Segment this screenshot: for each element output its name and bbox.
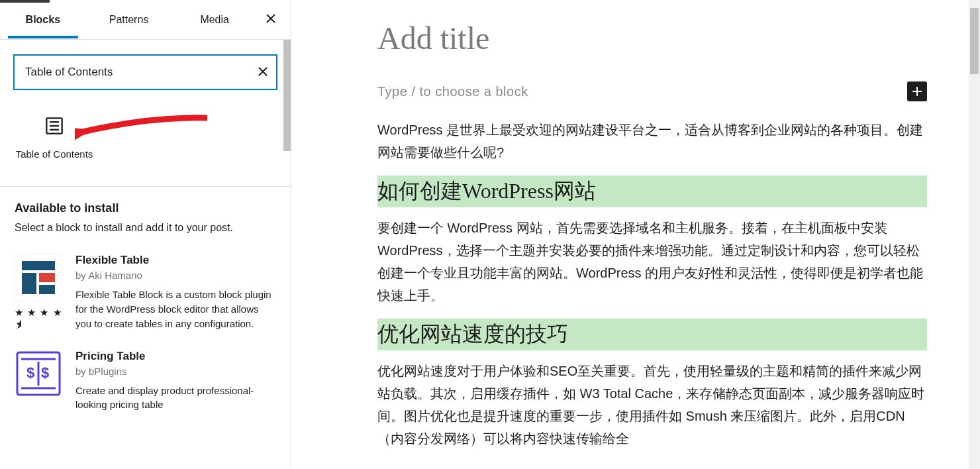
plugin-description: Flexible Table Block is a custom block p… bbox=[75, 287, 276, 331]
clear-search-button[interactable] bbox=[258, 65, 268, 80]
svg-text:$: $ bbox=[26, 364, 34, 381]
block-table-of-contents[interactable]: Table of Contents bbox=[11, 111, 98, 166]
paragraph-block[interactable]: 要创建一个 WordPress 网站，首先需要选择域名和主机服务。接着，在主机面… bbox=[377, 217, 927, 307]
tab-blocks[interactable]: Blocks bbox=[0, 2, 86, 38]
editor-scrollbar[interactable] bbox=[969, 0, 980, 469]
inserter-scrollbar[interactable] bbox=[283, 40, 291, 437]
inserter-tabs: Blocks Patterns Media bbox=[0, 0, 291, 40]
admin-bar-fragment bbox=[0, 0, 50, 3]
available-to-install: Available to install Select a block to i… bbox=[0, 187, 291, 431]
svg-text:$: $ bbox=[41, 364, 49, 381]
scrollbar-thumb[interactable] bbox=[283, 40, 291, 151]
block-label: Table of Contents bbox=[11, 148, 98, 161]
svg-rect-10 bbox=[22, 273, 36, 294]
post-title-input[interactable]: Add title bbox=[377, 20, 927, 56]
heading-block[interactable]: 如何创建WordPress网站 bbox=[377, 176, 927, 207]
heading-block[interactable]: 优化网站速度的技巧 bbox=[377, 319, 927, 350]
tab-media[interactable]: Media bbox=[172, 2, 258, 38]
plugin-icon: $ $ bbox=[15, 350, 62, 397]
install-subheading: Select a block to install and add it to … bbox=[15, 222, 276, 234]
table-of-contents-icon bbox=[44, 117, 64, 138]
scrollbar-thumb[interactable] bbox=[970, 8, 979, 74]
paragraph-block[interactable]: WordPress 是世界上最受欢迎的网站建设平台之一，适合从博客到企业网站的各… bbox=[377, 119, 927, 164]
plugin-result[interactable]: $ $ Pricing Table by bPlugins Create and… bbox=[15, 350, 276, 413]
block-search-box bbox=[13, 54, 277, 90]
plugin-title: Flexible Table bbox=[75, 254, 276, 267]
plugin-result[interactable]: ★ ★ ★ ★ ⯨ Flexible Table by Aki Hamano F… bbox=[15, 254, 276, 331]
default-block-appender: Type / to choose a block bbox=[377, 81, 927, 101]
close-icon bbox=[266, 13, 276, 24]
plugin-author: by Aki Hamano bbox=[75, 270, 276, 281]
tab-patterns[interactable]: Patterns bbox=[86, 2, 172, 38]
block-search-input[interactable] bbox=[25, 66, 258, 79]
block-results: Table of Contents bbox=[0, 102, 291, 186]
plus-icon bbox=[911, 85, 923, 97]
plugin-author: by bPlugins bbox=[75, 366, 276, 377]
block-prompt[interactable]: Type / to choose a block bbox=[377, 84, 528, 99]
svg-rect-11 bbox=[39, 273, 55, 282]
block-inserter-panel: Blocks Patterns Media Table of Con bbox=[0, 0, 291, 469]
paragraph-block[interactable]: 优化网站速度对于用户体验和SEO至关重要。首先，使用轻量级的主题和精简的插件来减… bbox=[377, 360, 927, 450]
plugin-icon bbox=[15, 254, 62, 301]
close-icon bbox=[258, 66, 268, 77]
plugin-title: Pricing Table bbox=[75, 350, 276, 363]
install-heading: Available to install bbox=[15, 201, 276, 215]
add-block-button[interactable] bbox=[907, 81, 927, 101]
close-inserter-button[interactable] bbox=[258, 12, 284, 27]
svg-rect-9 bbox=[22, 261, 55, 270]
editor-canvas: Add title Type / to choose a block WordP… bbox=[291, 0, 980, 469]
plugin-rating: ★ ★ ★ ★ ⯨ bbox=[15, 307, 62, 330]
svg-rect-12 bbox=[39, 285, 55, 294]
plugin-description: Create and display product professional-… bbox=[75, 384, 276, 413]
